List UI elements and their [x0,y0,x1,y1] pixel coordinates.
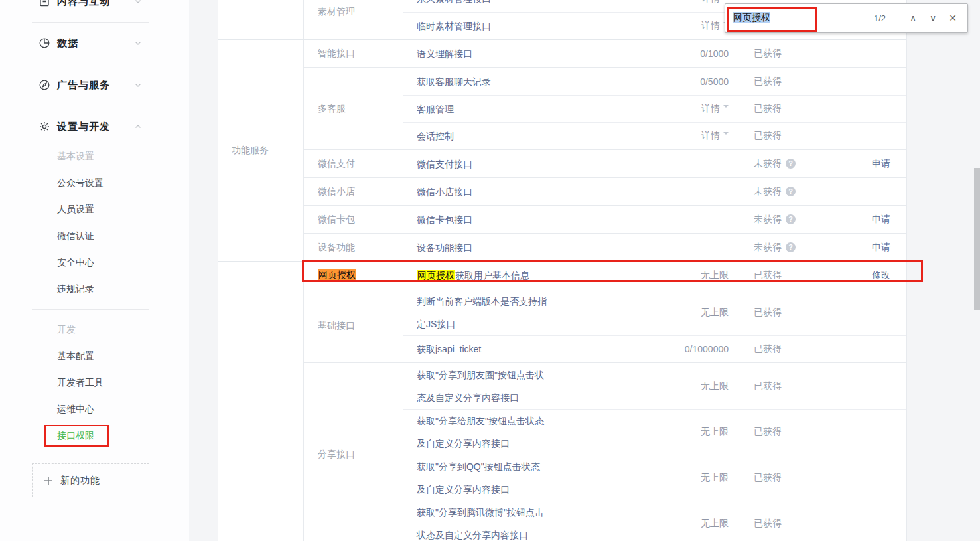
status-text: 已获得 [754,472,782,484]
dropdown-caret-icon [723,105,729,110]
status-text: 已获得 [754,518,782,530]
group-category-cell: 基础接口 [304,289,403,362]
sidebar-item-开发者工具[interactable]: 开发者工具 [0,370,189,396]
detail-dropdown[interactable]: 详情 [616,0,729,5]
group-category-cell: 网页授权 [304,262,403,289]
table-row: 获取客服聊天记录0/5000已获得 [403,68,906,95]
quota-value: 无上限 [616,307,729,319]
section-category-cell: 功能服务 [218,40,304,261]
status-text: 已获得 [754,270,782,281]
settings-icon [38,121,50,133]
status-text: 已获得 [754,130,782,142]
interface-name: 获取"分享到腾讯微博"按钮点击 状态及自定义分享内容接口 [417,501,616,541]
group-rows: 获取"分享到朋友圈"按钮点击状 态及自定义分享内容接口无上限已获得获取"分享给朋… [403,363,906,541]
sidebar-item-label: 内容与互动 [57,0,134,8]
group-category-cell: 分享接口 [304,363,403,541]
sidebar-item-content[interactable]: 内容与互动 [0,0,189,15]
api-permissions-table: 素材管理永久素材管理接口详情临时素材管理接口详情功能服务智能接口语义理解接口0/… [218,0,907,541]
group-category-cell: 微信支付 [304,150,403,177]
sidebar-group-header-基本设置: 基本设置 [0,143,189,170]
quota-value: 无上限 [616,380,729,392]
find-next-button[interactable]: ∨ [925,10,941,26]
group-category-cell: 设备功能 [304,234,403,261]
find-input[interactable]: 网页授权 [733,12,874,24]
sidebar: 内容与互动数据广告与服务设置与开发基本设置公众号设置人员设置微信认证安全中心违规… [0,0,189,541]
sidebar-item-data[interactable]: 数据 [0,30,189,56]
browser-find-bar: 网页授权 1/2 ∧ ∨ ✕ [725,3,968,33]
table-row: 获取"分享到朋友圈"按钮点击状 态及自定义分享内容接口无上限已获得 [403,363,906,409]
content-gutter [189,0,218,541]
dropdown-caret-icon [723,132,729,137]
group-rows: 微信支付接口未获得?申请 [403,150,906,177]
help-icon[interactable]: ? [786,187,796,196]
chevron-down-icon [134,81,142,89]
group-category-cell: 微信小店 [304,178,403,205]
detail-dropdown[interactable]: 详情 [616,130,729,142]
table-group: 设备功能设备功能接口未获得?申请 [304,233,906,261]
help-icon[interactable]: ? [786,214,796,224]
vertical-scrollbar-thumb[interactable] [974,168,980,310]
table-row: 语义理解接口0/1000已获得 [403,40,906,67]
find-previous-button[interactable]: ∧ [905,10,921,26]
group-rows: 微信小店接口未获得? [403,178,906,205]
quota-value: 0/5000 [616,76,729,87]
sidebar-item-接口权限[interactable]: 接口权限 [0,423,189,449]
find-close-button[interactable]: ✕ [945,10,961,26]
new-feature-button[interactable]: 新的功能 [32,463,149,497]
sidebar-item-公众号设置[interactable]: 公众号设置 [0,170,189,196]
table-row: 微信支付接口未获得?申请 [403,150,906,177]
sidebar-item-settings[interactable]: 设置与开发 [0,114,189,140]
sidebar-item-微信认证[interactable]: 微信认证 [0,223,189,250]
action-link-修改[interactable]: 修改 [872,270,890,281]
find-match: 网页授权 [417,270,455,281]
table-group: 基础接口判断当前客户端版本是否支持指 定JS接口无上限已获得获取jsapi_ti… [304,289,906,362]
action-link-申请[interactable]: 申请 [872,214,890,226]
sidebar-item-安全中心[interactable]: 安全中心 [0,250,189,276]
table-group: 微信小店微信小店接口未获得? [304,177,906,205]
table-row: 会话控制详情已获得 [403,122,906,149]
detail-dropdown[interactable]: 详情 [616,103,729,115]
find-match-counter: 1/2 [874,13,886,23]
find-query-text: 网页授权 [733,12,770,23]
plus-icon [43,475,54,486]
help-icon[interactable]: ? [786,159,796,169]
group-category-cell: 微信卡包 [304,206,403,233]
section-groups: 网页授权网页授权获取用户基本信息无上限已获得修改基础接口判断当前客户端版本是否支… [304,262,906,541]
sidebar-item-运维中心[interactable]: 运维中心 [0,396,189,423]
interface-name: 获取"分享给朋友"按钮点击状态 及自定义分享内容接口 [417,410,616,455]
status-text: 未获得? [754,242,796,254]
interface-name: 网页授权获取用户基本信息 [417,264,616,287]
interface-name: 获取"分享到QQ"按钮点击状态 及自定义分享内容接口 [417,455,616,501]
status-text: 已获得 [754,48,782,60]
detail-dropdown[interactable]: 详情 [616,20,729,32]
table-group: 微信支付微信支付接口未获得?申请 [304,149,906,177]
action-link-申请[interactable]: 申请 [872,242,890,254]
ads-icon [38,79,50,91]
quota-value: 无上限 [616,270,729,281]
table-row: 设备功能接口未获得?申请 [403,234,906,261]
status-text: 未获得? [754,158,796,170]
interface-name: 微信支付接口 [417,153,616,175]
interface-name: 判断当前客户端版本是否支持指 定JS接口 [417,290,616,335]
table-group: 微信卡包微信卡包接口未获得?申请 [304,205,906,233]
table-group: 分享接口获取"分享到朋友圈"按钮点击状 态及自定义分享内容接口无上限已获得获取"… [304,362,906,541]
interface-name: 临时素材管理接口 [417,15,616,37]
sidebar-group-header-开发: 开发 [0,317,189,343]
interface-name: 获取"分享到朋友圈"按钮点击状 态及自定义分享内容接口 [417,364,616,409]
section-category-cell [218,0,304,39]
action-link-申请[interactable]: 申请 [872,158,890,170]
table-row: 获取"分享给朋友"按钮点击状态 及自定义分享内容接口无上限已获得 [403,409,906,455]
sidebar-item-基本配置[interactable]: 基本配置 [0,343,189,370]
group-category-cell: 智能接口 [304,40,403,67]
section-groups: 智能接口语义理解接口0/1000已获得多客服获取客服聊天记录0/5000已获得客… [304,40,906,261]
interface-name: 获取jsapi_ticket [417,338,616,360]
sidebar-item-违规记录[interactable]: 违规记录 [0,276,189,303]
status-text: 未获得? [754,214,796,226]
sidebar-item-人员设置[interactable]: 人员设置 [0,196,189,223]
help-icon[interactable]: ? [786,242,796,252]
interface-name: 会话控制 [417,125,616,147]
chevron-up-icon [134,123,142,131]
sidebar-item-label: 数据 [57,37,134,50]
table-row: 微信卡包接口未获得?申请 [403,206,906,233]
sidebar-item-ads[interactable]: 广告与服务 [0,72,189,98]
